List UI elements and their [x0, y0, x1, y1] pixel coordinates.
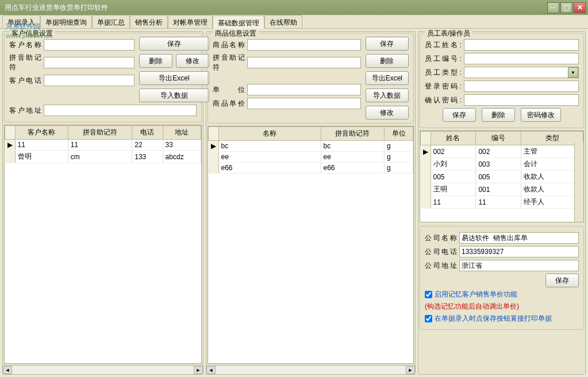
emp-id-input[interactable] [464, 53, 579, 64]
product-price-input[interactable] [247, 98, 361, 109]
label-product-unit: 单位 [213, 85, 245, 95]
label-company-address: 公司地址 [425, 261, 457, 271]
table-row[interactable]: ▶bcbcg [209, 141, 413, 152]
customer-address-input[interactable] [44, 105, 197, 116]
label-company-phone: 公司电话 [425, 247, 457, 257]
customer-table[interactable]: 客户名称 拼音助记符 电话 地址 ▶11112233曾明cm133abcdz [4, 125, 202, 364]
table-row[interactable]: eeeeg [209, 152, 413, 163]
company-phone-input[interactable] [459, 246, 579, 257]
company-address-input[interactable] [459, 260, 579, 271]
label-emp-type: 员工类型: [425, 68, 462, 78]
product-modify-button[interactable]: 修改 [366, 106, 409, 120]
tab-entry[interactable]: 单据录入 [2, 15, 40, 28]
table-row[interactable]: 曾明cm133abcdz [5, 151, 201, 163]
memory-label: 启用记忆客户销售单价功能 [435, 290, 517, 299]
company-save-button[interactable]: 保存 [545, 274, 579, 287]
product-save-button[interactable]: 保存 [366, 37, 409, 51]
maximize-button[interactable]: ▢ [560, 2, 572, 13]
table-row[interactable]: e66e66g [209, 163, 413, 174]
label-product-name: 商品名称 [213, 40, 245, 50]
customer-name-input[interactable] [44, 39, 134, 51]
label-customer-name: 客户名称 [9, 40, 41, 50]
emp-delete-button[interactable]: 删除 [482, 108, 515, 122]
memory-checkbox[interactable] [425, 291, 432, 298]
emp-save-button[interactable]: 保存 [443, 108, 476, 122]
customer-export-button[interactable]: 导出Excel [139, 71, 209, 85]
table-row[interactable]: 小刘003会计 [421, 158, 583, 171]
label-product-price: 商品单价 [213, 99, 245, 109]
tab-detail-query[interactable]: 单据明细查询 [40, 15, 92, 28]
customer-panel: 客户信息设置 客户名称 拼音助记符 客户电话 [2, 31, 203, 375]
customer-phone-input[interactable] [44, 75, 134, 86]
product-scrollbar[interactable]: ◄► [206, 365, 415, 374]
right-panel: 员工表/操作员 员工姓名: 员工编号: 员工类型: ▼ 登录密码: 确认密码: … [418, 31, 586, 375]
label-emp-pwd2: 确认密码: [425, 95, 462, 105]
employee-panel-title: 员工表/操作员 [425, 29, 472, 39]
label-customer-phone: 客户电话 [9, 76, 41, 86]
tab-summary[interactable]: 单据汇总 [92, 15, 130, 28]
label-emp-id: 员工编号: [425, 54, 462, 64]
product-import-button[interactable]: 导入数据 [366, 89, 409, 102]
table-row[interactable]: ▶11112233 [5, 140, 201, 151]
customer-delete-button[interactable]: 删除 [139, 54, 172, 68]
minimize-button[interactable]: ─ [547, 2, 559, 13]
emp-pwd2-input[interactable] [464, 94, 579, 106]
table-row[interactable]: ▶002002主管 [421, 145, 583, 158]
table-row[interactable]: 王明001收款人 [421, 183, 583, 196]
employee-vscrollbar[interactable] [574, 143, 583, 222]
customer-panel-title: 客户信息设置 [9, 29, 55, 39]
print-checkbox[interactable] [425, 315, 432, 322]
emp-type-select[interactable] [464, 67, 579, 78]
table-row[interactable]: 1111经手人 [421, 196, 583, 209]
label-product-pinyin: 拼音助记符 [213, 53, 245, 72]
employee-table[interactable]: 姓名 编号 类型 ▶002002主管小刘003会计005005收款人王明001收… [420, 130, 584, 222]
title-bar: 用点车行业送货单收货单打印软件 ─ ▢ ✕ [0, 0, 588, 15]
tab-statement[interactable]: 对帐单管理 [168, 15, 213, 28]
label-customer-address: 客户地址 [9, 106, 41, 116]
memory-hint: (钩选记忆功能后自动调出单价) [425, 302, 579, 311]
menu-bar: 单据录入 单据明细查询 单据汇总 销售分析 对帐单管理 基础数据管理 在线帮助 [0, 15, 588, 29]
tab-help[interactable]: 在线帮助 [264, 15, 302, 28]
product-name-input[interactable] [247, 39, 361, 51]
customer-modify-button[interactable]: 修改 [176, 54, 209, 68]
customer-scrollbar[interactable]: ◄► [3, 365, 203, 374]
label-customer-pinyin: 拼音助记符 [9, 53, 41, 72]
product-pinyin-input[interactable] [247, 57, 361, 68]
print-label: 在单据录入时点保存按钮直接打印单据 [435, 314, 552, 324]
company-name-input[interactable] [459, 232, 579, 244]
chevron-down-icon[interactable]: ▼ [568, 67, 578, 78]
label-company-name: 公司名称 [425, 233, 457, 243]
customer-pinyin-input[interactable] [44, 57, 134, 68]
product-unit-input[interactable] [247, 84, 361, 95]
product-panel-title: 商品信息设置 [213, 29, 259, 39]
product-delete-button[interactable]: 删除 [366, 54, 409, 68]
product-export-button[interactable]: 导出Excel [366, 71, 409, 85]
customer-save-button[interactable]: 保存 [139, 37, 209, 51]
table-row[interactable]: 005005收款人 [421, 171, 583, 183]
tab-sales-analysis[interactable]: 销售分析 [130, 15, 168, 28]
customer-import-button[interactable]: 导入数据 [139, 89, 209, 102]
tab-base-data[interactable]: 基础数据管理 [213, 16, 264, 29]
window-title: 用点车行业送货单收货单打印软件 [2, 3, 546, 13]
close-button[interactable]: ✕ [574, 2, 586, 13]
product-table[interactable]: 名称 拼音助记符 单位 ▶bcbcgeeeege66e66g [207, 126, 414, 364]
emp-pwd-input[interactable] [464, 80, 579, 92]
label-emp-name: 员工姓名: [425, 40, 462, 50]
label-emp-pwd: 登录密码: [425, 82, 462, 91]
product-panel: 商品信息设置 商品名称 拼音助记符 单位 [206, 31, 416, 375]
emp-name-input[interactable] [464, 39, 579, 51]
emp-pwdmod-button[interactable]: 密码修改 [521, 108, 561, 122]
